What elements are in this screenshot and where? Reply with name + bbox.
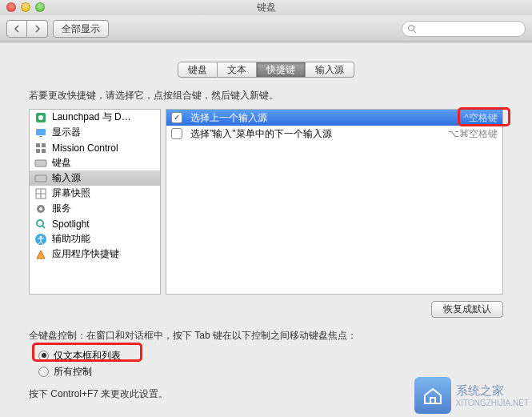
checkbox[interactable]: ✓ xyxy=(171,112,182,123)
sidebar-item-spotlight[interactable]: Spotlight xyxy=(30,216,160,231)
svg-line-18 xyxy=(42,226,45,228)
watermark-logo-icon xyxy=(414,377,451,414)
sidebar-item-label: 显示器 xyxy=(52,126,81,139)
sidebar-item-label: 应用程序快捷键 xyxy=(52,247,119,261)
shortcut-label: 选择"输入"菜单中的下一个输入源 xyxy=(190,127,332,141)
sidebar-item-input-sources[interactable]: 输入源 xyxy=(30,170,160,186)
sidebar-item-mission-control[interactable]: Mission Control xyxy=(30,140,160,155)
sidebar-item-label: Spotlight xyxy=(52,219,90,230)
display-icon xyxy=(34,126,47,139)
sidebar-item-label: Mission Control xyxy=(52,142,118,154)
zoom-icon[interactable] xyxy=(35,2,45,12)
radio-button[interactable] xyxy=(38,367,49,377)
shortcut-key[interactable]: ⌥⌘空格键 xyxy=(448,127,498,141)
radio-button[interactable] xyxy=(38,351,49,361)
sidebar-item-display[interactable]: 显示器 xyxy=(30,125,160,140)
svg-rect-4 xyxy=(36,129,46,135)
restore-defaults-button[interactable]: 恢复成默认 xyxy=(431,301,503,318)
tab-keyboard[interactable]: 键盘 xyxy=(178,62,218,78)
sidebar-item-screenshot[interactable]: 屏幕快照 xyxy=(30,186,160,201)
gear-icon xyxy=(34,202,47,215)
svg-point-3 xyxy=(38,115,43,120)
spotlight-icon xyxy=(34,218,47,231)
shortcut-label: 选择上一个输入源 xyxy=(190,111,267,125)
svg-rect-5 xyxy=(39,136,42,137)
watermark-url: XITONGZHIJIA.NET xyxy=(456,399,530,407)
show-all-button[interactable]: 全部显示 xyxy=(53,20,109,38)
sidebar-item-app-shortcuts[interactable]: 应用程序快捷键 xyxy=(30,247,160,262)
svg-rect-8 xyxy=(36,149,40,153)
mission-icon xyxy=(34,142,47,154)
highlight-box xyxy=(458,107,510,126)
checkbox[interactable] xyxy=(171,128,182,139)
accessibility-icon xyxy=(34,233,47,246)
sidebar-item-label: 屏幕快照 xyxy=(52,186,90,200)
instruction-text: 若要更改快捷键，请选择它，点按组合键，然后键入新键。 xyxy=(0,89,532,109)
search-input[interactable] xyxy=(402,21,526,37)
search-icon xyxy=(407,24,417,34)
content: 键盘 文本 快捷键 输入源 若要更改快捷键，请选择它，点按组合键，然后键入新键。… xyxy=(0,42,532,404)
tab-bar: 键盘 文本 快捷键 输入源 xyxy=(0,62,532,78)
keyboard-access-label: 全键盘控制：在窗口和对话框中，按下 Tab 键在以下控制之间移动键盘焦点： xyxy=(0,329,532,343)
keyboard-icon xyxy=(34,172,47,185)
toolbar: 全部显示 xyxy=(0,15,532,42)
tab-text[interactable]: 文本 xyxy=(218,62,257,78)
shortcut-row[interactable]: ✓ 选择上一个输入源 ^空格键 xyxy=(166,110,502,126)
titlebar: 键盘 xyxy=(0,0,532,15)
radio-label: 仅文本框和列表 xyxy=(54,349,121,363)
svg-point-20 xyxy=(40,235,42,238)
svg-point-16 xyxy=(39,207,42,211)
sidebar-list[interactable]: Launchpad 与 D… 显示器 Mission Control 键盘 输入… xyxy=(29,109,161,295)
sidebar-item-label: Launchpad 与 D… xyxy=(52,110,131,124)
close-icon[interactable] xyxy=(6,2,16,12)
svg-rect-6 xyxy=(36,143,40,147)
tab-shortcuts[interactable]: 快捷键 xyxy=(257,62,306,78)
shortcut-key[interactable]: ^空格键 xyxy=(464,111,498,125)
traffic-lights xyxy=(6,2,45,12)
nav-group xyxy=(6,20,48,38)
back-button[interactable] xyxy=(6,20,27,38)
sidebar-item-label: 键盘 xyxy=(52,156,71,170)
watermark-text-block: 系统之家 XITONGZHIJIA.NET xyxy=(456,383,530,407)
minimize-icon[interactable] xyxy=(21,2,30,12)
watermark: 系统之家 XITONGZHIJIA.NET xyxy=(414,377,530,414)
svg-line-1 xyxy=(414,30,416,33)
sidebar-item-label: 输入源 xyxy=(52,171,81,185)
window-title: 键盘 xyxy=(257,2,276,13)
sidebar-item-accessibility[interactable]: 辅助功能 xyxy=(30,231,160,247)
panels: Launchpad 与 D… 显示器 Mission Control 键盘 输入… xyxy=(0,109,532,295)
apps-icon xyxy=(34,248,47,261)
launchpad-icon xyxy=(34,111,47,124)
sidebar-item-label: 服务 xyxy=(52,202,71,215)
sidebar-item-launchpad[interactable]: Launchpad 与 D… xyxy=(30,110,160,125)
svg-point-17 xyxy=(37,220,43,227)
restore-row: 恢复成默认 xyxy=(0,295,532,329)
shortcut-table[interactable]: ✓ 选择上一个输入源 ^空格键 选择"输入"菜单中的下一个输入源 ⌥⌘空格键 xyxy=(166,109,503,295)
svg-rect-9 xyxy=(42,149,46,153)
sidebar-item-label: 辅助功能 xyxy=(52,232,90,246)
radio-label: 所有控制 xyxy=(54,365,92,379)
tab-input-sources[interactable]: 输入源 xyxy=(306,62,354,78)
sidebar-item-services[interactable]: 服务 xyxy=(30,201,160,216)
shortcut-row[interactable]: 选择"输入"菜单中的下一个输入源 ⌥⌘空格键 xyxy=(166,126,502,142)
grid-icon xyxy=(34,187,47,200)
keyboard-icon xyxy=(34,157,47,170)
svg-rect-7 xyxy=(42,143,46,147)
radio-text-only[interactable]: 仅文本框和列表 xyxy=(38,347,494,363)
sidebar-item-keyboard[interactable]: 键盘 xyxy=(30,155,160,170)
svg-point-0 xyxy=(409,25,414,30)
svg-rect-11 xyxy=(35,175,46,182)
svg-rect-10 xyxy=(35,160,46,166)
watermark-name: 系统之家 xyxy=(456,383,504,397)
forward-button[interactable] xyxy=(27,20,48,38)
